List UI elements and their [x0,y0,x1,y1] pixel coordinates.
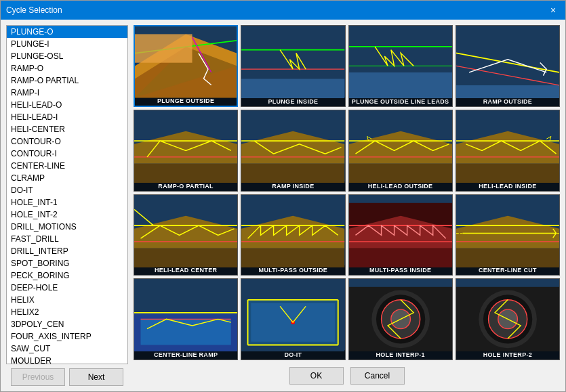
grid-cell-hole-interp-2[interactable]: HOLE INTERP-2 [456,278,560,360]
list-item[interactable]: PLUNGE-I [7,38,127,50]
list-item[interactable]: HELIX2 [7,306,127,318]
list-item[interactable]: HOLE_INT-1 [7,196,127,209]
right-panel: PLUNGE OUTSIDE PLUNGE INSIDE PLUNGE OUTS… [134,25,560,386]
grid-cell-plunge-outside-line-leads[interactable]: PLUNGE OUTSIDE LINE LEADS [348,25,453,107]
left-panel: PLUNGE-OPLUNGE-IPLUNGE-OSLRAMP-ORAMP-O P… [6,25,128,386]
svg-marker-29 [349,163,452,183]
list-item[interactable]: PLUNGE-O [7,26,127,38]
grid-cell-ramp-outside[interactable]: RAMP OUTSIDE [456,25,560,107]
svg-marker-55 [456,248,559,267]
close-button[interactable]: × [546,3,560,17]
list-item[interactable]: MOULDER [7,355,127,364]
grid-cell-center-line-cut[interactable]: CENTER-LINE CUT [456,194,560,276]
list-item[interactable]: HELIX [7,294,127,306]
list-item[interactable]: CONTOUR-O [7,135,127,148]
content-area: PLUNGE-OPLUNGE-IPLUNGE-OSLRAMP-ORAMP-O P… [1,20,565,391]
list-item[interactable]: PECK_BORING [7,269,127,282]
title-bar: Cycle Selection × [1,1,565,20]
list-item[interactable]: DO-IT [7,184,127,196]
nav-buttons: Previous Next [6,368,128,386]
bottom-buttons: OK Cancel [134,363,560,386]
list-item[interactable]: HOLE_INT-2 [7,209,127,221]
cycle-grid: PLUNGE OUTSIDE PLUNGE INSIDE PLUNGE OUTS… [134,25,560,360]
previous-button[interactable]: Previous [11,368,65,386]
grid-cell-heli-lead-outside[interactable]: HELI-LEAD OUTSIDE [348,110,453,192]
list-item[interactable]: DEEP-HOLE [7,282,127,294]
list-item[interactable]: RAMP-I [7,87,127,99]
svg-marker-50 [349,248,452,267]
grid-cell-do-it[interactable]: DO-IT [241,278,345,360]
list-item[interactable]: SPOT_BORING [7,257,127,269]
list-item[interactable]: HELI-CENTER [7,123,127,135]
list-item[interactable]: 3DPOLY_CEN [7,318,127,330]
list-item[interactable]: HELI-LEAD-O [7,99,127,111]
list-item[interactable]: SAW_CUT [7,343,127,355]
list-item[interactable]: CENTER-LINE [7,160,127,172]
grid-cell-ramp-inside[interactable]: RAMP INSIDE [241,110,345,192]
svg-marker-15 [456,85,559,98]
list-item[interactable]: FOUR_AXIS_INTERP [7,330,127,343]
grid-cell-plunge-outside[interactable]: PLUNGE OUTSIDE [134,25,238,107]
list-item[interactable]: CONTOUR-I [7,148,127,160]
list-item[interactable]: DRILL_MOTIONS [7,221,127,233]
grid-cell-ramp-o-partial[interactable]: RAMP-O PARTIAL [134,110,238,192]
grid-cell-plunge-inside[interactable]: PLUNGE INSIDE [241,25,345,107]
list-item[interactable]: CLRAMP [7,172,127,184]
svg-marker-24 [241,163,344,183]
window-title: Cycle Selection [6,5,62,15]
list-item[interactable]: RAMP-O PARTIAL [7,74,127,87]
svg-rect-62 [141,320,231,345]
svg-marker-39 [134,248,237,267]
cycle-selection-window: Cycle Selection × PLUNGE-OPLUNGE-IPLUNGE… [0,0,566,392]
cycle-list[interactable]: PLUNGE-OPLUNGE-IPLUNGE-OSLRAMP-ORAMP-O P… [6,25,128,364]
svg-marker-7 [241,79,344,98]
grid-cell-heli-lead-inside[interactable]: HELI-LEAD INSIDE [456,110,560,192]
grid-cell-multi-pass-outside[interactable]: MULTI-PASS OUTSIDE [241,194,345,276]
grid-cell-center-line-ramp[interactable]: CENTER-LINE RAMP [134,278,238,360]
list-item[interactable]: HELI-LEAD-I [7,111,127,123]
svg-marker-11 [349,72,452,98]
ok-button[interactable]: OK [289,367,344,385]
cancel-button[interactable]: Cancel [350,367,405,385]
svg-marker-19 [134,163,237,183]
grid-cell-hole-interp-1[interactable]: HOLE INTERP-1 [348,278,453,360]
grid-cell-multi-pass-inside[interactable]: MULTI-PASS INSIDE [348,194,453,276]
grid-cell-heli-lead-center[interactable]: HELI-LEAD CENTER [134,194,238,276]
svg-marker-34 [456,163,559,183]
list-item[interactable]: DRILL_INTERP [7,245,127,257]
svg-marker-45 [241,248,344,267]
list-item[interactable]: RAMP-O [7,62,127,74]
list-item[interactable]: FAST_DRILL [7,233,127,245]
list-item[interactable]: PLUNGE-OSL [7,50,127,62]
svg-rect-4 [135,34,193,62]
next-button[interactable]: Next [69,368,123,386]
